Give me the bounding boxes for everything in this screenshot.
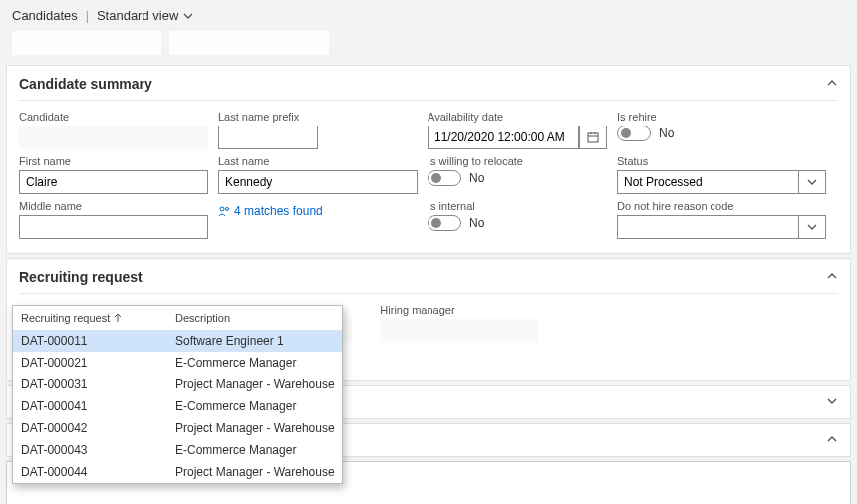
hiring-manager-label: Hiring manager [380,304,539,316]
date-picker-button[interactable] [579,126,607,149]
lookup-row[interactable]: DAT-000041E-Commerce Manager [13,395,342,417]
internal-label: Is internal [428,200,607,212]
lookup-row-id: DAT-000044 [21,465,175,479]
collapse-button[interactable] [826,432,838,448]
availability-label: Availability date [428,111,607,123]
chevron-down-icon [806,176,818,188]
last-name-input[interactable] [218,170,418,194]
candidate-summary-panel: Candidate summary Candidate First name M… [6,65,851,254]
divider: | [86,9,89,23]
collapse-button[interactable] [826,76,838,92]
lookup-col1-header: Recruiting request [21,312,110,324]
rehire-toggle[interactable] [617,126,651,141]
internal-value: No [469,216,484,230]
dnh-label: Do not hire reason code [617,200,826,212]
svg-point-0 [220,207,224,211]
lookup-row-desc: E-Commerce Manager [175,399,338,413]
rehire-label: Is rehire [617,111,826,123]
dnh-input[interactable] [617,215,798,239]
lookup-col2-header[interactable]: Description [175,312,330,324]
status-dropdown-button[interactable] [798,170,826,194]
lookup-row-desc: E-Commerce Manager [175,356,338,370]
expand-button[interactable] [826,394,838,410]
lookup-row-desc: E-Commerce Manager [175,443,338,457]
toolbar-placeholder [0,31,857,63]
matches-text: 4 matches found [234,204,323,218]
lookup-body[interactable]: DAT-000011Software Engineer 1DAT-000021E… [13,330,342,483]
people-icon [218,205,230,217]
rehire-value: No [659,126,674,140]
chevron-down-icon [182,10,194,22]
lookup-row[interactable]: DAT-000031Project Manager - Warehouse [13,374,342,395]
view-selector[interactable]: Standard view [97,8,194,23]
candidate-readonly [19,126,208,149]
status-label: Status [617,155,826,167]
lookup-row[interactable]: DAT-000043E-Commerce Manager [13,439,342,461]
panel-title: Recruiting request [19,269,143,285]
last-name-prefix-label: Last name prefix [218,111,418,123]
lookup-col-header-sort[interactable]: Recruiting request [21,312,175,324]
relocate-value: No [469,171,484,185]
recruiting-request-lookup: Recruiting request Description DAT-00001… [12,305,343,484]
lookup-row[interactable]: DAT-000044Project Manager - Warehouse [13,461,342,483]
chevron-up-icon [826,433,838,445]
last-name-prefix-input[interactable] [218,126,318,149]
view-label: Standard view [97,8,178,23]
lookup-row[interactable]: DAT-000011Software Engineer 1 [13,330,342,352]
lookup-row-id: DAT-000041 [21,399,175,413]
chevron-up-icon [826,270,838,282]
lookup-row-desc: Project Manager - Warehouse [175,421,338,435]
lookup-row-desc: Project Manager - Warehouse [175,378,338,391]
lookup-row-id: DAT-000043 [21,443,175,457]
dnh-dropdown-button[interactable] [798,215,826,239]
svg-rect-2 [588,133,598,142]
chevron-up-icon [826,77,838,89]
lookup-row-desc: Software Engineer 1 [175,334,338,348]
first-name-input[interactable] [19,170,208,194]
chevron-down-icon [826,395,838,407]
svg-point-1 [226,208,229,211]
sort-asc-icon [114,313,122,323]
chevron-down-icon [806,221,818,233]
middle-name-input[interactable] [19,215,208,239]
lookup-row-id: DAT-000011 [21,334,175,348]
relocate-label: Is willing to relocate [428,155,607,167]
collapse-button[interactable] [826,269,838,285]
lookup-row-id: DAT-000042 [21,421,175,435]
lookup-row-id: DAT-000021 [21,356,175,370]
internal-toggle[interactable] [428,215,461,231]
lookup-row[interactable]: DAT-000042Project Manager - Warehouse [13,417,342,439]
middle-name-label: Middle name [19,200,208,212]
lookup-row-id: DAT-000031 [21,378,175,391]
first-name-label: First name [19,155,208,167]
lookup-row[interactable]: DAT-000021E-Commerce Manager [13,352,342,374]
candidate-label: Candidate [19,111,208,123]
last-name-label: Last name [218,155,418,167]
lookup-row-desc: Project Manager - Warehouse [175,465,338,479]
hiring-manager-readonly [380,319,539,343]
panel-title: Candidate summary [19,76,152,92]
availability-input[interactable] [428,126,579,149]
relocate-toggle[interactable] [428,170,461,186]
matches-link[interactable]: 4 matches found [218,204,323,218]
module-title: Candidates [12,8,78,23]
calendar-icon [587,131,599,143]
status-input[interactable] [617,170,798,194]
